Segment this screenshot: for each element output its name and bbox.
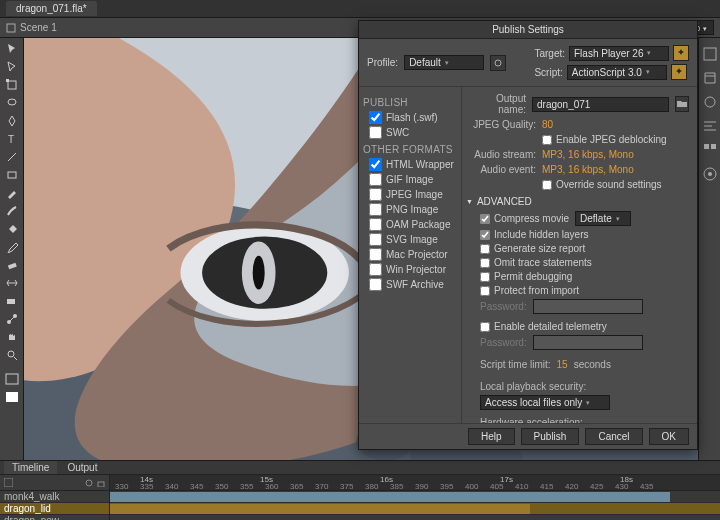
format-oam[interactable]: OAM Package — [363, 217, 457, 232]
bone-tool[interactable] — [2, 310, 22, 328]
format-swf-archive[interactable]: SWF Archive — [363, 277, 457, 292]
hand-tool[interactable] — [2, 328, 22, 346]
format-swc[interactable]: SWC — [363, 125, 457, 140]
lasso-tool[interactable] — [2, 94, 22, 112]
profile-select[interactable]: Default▾ — [404, 55, 484, 70]
pencil-tool[interactable] — [2, 184, 22, 202]
svg-rect-35 — [711, 144, 716, 149]
advanced-section-header[interactable]: ▼ADVANCED — [466, 196, 689, 207]
layer-toggle-icon[interactable] — [4, 478, 13, 487]
text-tool[interactable]: T — [2, 130, 22, 148]
properties-panel-icon[interactable] — [702, 46, 718, 62]
svg-line-8 — [8, 153, 16, 161]
subselection-tool[interactable] — [2, 58, 22, 76]
protect-import-checkbox[interactable]: Protect from import — [480, 285, 689, 296]
align-panel-icon[interactable] — [702, 118, 718, 134]
camera-tool[interactable] — [2, 292, 22, 310]
svg-rect-10 — [7, 263, 16, 269]
color-panel-icon[interactable] — [702, 94, 718, 110]
omit-trace-checkbox[interactable]: Omit trace statements — [480, 257, 689, 268]
section-publish: PUBLISH — [363, 97, 457, 108]
scene-name: Scene 1 — [20, 22, 57, 33]
layer-row[interactable]: dragon_lid — [0, 503, 109, 515]
format-win-proj[interactable]: Win Projector — [363, 262, 457, 277]
svg-point-6 — [8, 99, 16, 105]
format-flash[interactable]: Flash (.swf) — [363, 110, 457, 125]
telemetry-checkbox[interactable]: Enable detailed telemetry — [480, 321, 689, 332]
browse-folder-button[interactable] — [675, 96, 689, 112]
local-playback-label: Local playback security: — [480, 381, 689, 392]
svg-rect-11 — [7, 299, 15, 304]
format-png[interactable]: PNG Image — [363, 202, 457, 217]
script-select[interactable]: ActionScript 3.0▾ — [567, 65, 667, 80]
publish-button[interactable]: Publish — [521, 428, 580, 445]
svg-rect-38 — [4, 478, 13, 487]
format-mac-proj[interactable]: Mac Projector — [363, 247, 457, 262]
lock-icon[interactable] — [97, 479, 105, 487]
pen-tool[interactable] — [2, 112, 22, 130]
script-limit-label: Script time limit: — [480, 359, 551, 370]
stroke-color[interactable] — [2, 370, 22, 388]
svg-line-16 — [14, 357, 17, 360]
password-input — [533, 299, 643, 314]
track-row[interactable] — [110, 503, 720, 515]
svg-point-33 — [705, 97, 715, 107]
audio-stream-value[interactable]: MP3, 16 kbps, Mono — [542, 149, 634, 160]
format-svg[interactable]: SVG Image — [363, 232, 457, 247]
brush-tool[interactable] — [2, 202, 22, 220]
output-name-label: Output name: — [466, 93, 526, 115]
track-row[interactable] — [110, 515, 720, 520]
override-sound-checkbox[interactable]: Override sound settings — [542, 179, 662, 190]
zoom-tool[interactable] — [2, 346, 22, 364]
compress-movie-checkbox[interactable]: Compress movie — [480, 213, 569, 224]
script-limit-value[interactable]: 15 — [557, 359, 568, 370]
format-jpeg[interactable]: JPEG Image — [363, 187, 457, 202]
library-panel-icon[interactable] — [702, 70, 718, 86]
script-settings-button[interactable] — [671, 64, 687, 80]
svg-rect-4 — [8, 81, 16, 89]
section-other: OTHER FORMATS — [363, 144, 457, 155]
password-label: Password: — [480, 301, 527, 312]
profile-options-button[interactable] — [490, 55, 506, 71]
scene-breadcrumb[interactable]: Scene 1 — [6, 22, 57, 33]
target-select[interactable]: Flash Player 26▾ — [569, 46, 669, 61]
scene-icon — [6, 23, 16, 33]
cc-libraries-icon[interactable] — [702, 166, 718, 182]
target-settings-button[interactable] — [673, 45, 689, 61]
output-name-input[interactable] — [532, 97, 669, 112]
tab-timeline[interactable]: Timeline — [4, 461, 57, 474]
ok-button[interactable]: OK — [649, 428, 689, 445]
cancel-button[interactable]: Cancel — [585, 428, 642, 445]
svg-rect-17 — [6, 374, 18, 384]
document-tab[interactable]: dragon_071.fla* — [6, 1, 97, 16]
enable-deblocking-checkbox[interactable]: Enable JPEG deblocking — [542, 134, 667, 145]
document-tabs: dragon_071.fla* — [0, 0, 720, 18]
format-html[interactable]: HTML Wrapper — [363, 157, 457, 172]
line-tool[interactable] — [2, 148, 22, 166]
audio-event-value[interactable]: MP3, 16 kbps, Mono — [542, 164, 634, 175]
free-transform-tool[interactable] — [2, 76, 22, 94]
paint-bucket-tool[interactable] — [2, 220, 22, 238]
fill-color[interactable] — [2, 388, 22, 406]
format-gif[interactable]: GIF Image — [363, 172, 457, 187]
layer-row[interactable]: dragon_new — [0, 515, 109, 520]
svg-rect-34 — [704, 144, 709, 149]
include-hidden-checkbox[interactable]: Include hidden layers — [480, 229, 689, 240]
permit-debug-checkbox[interactable]: Permit debugging — [480, 271, 689, 282]
layer-row[interactable]: monk4_walk — [0, 491, 109, 503]
jpeg-quality-value[interactable]: 80 — [542, 119, 553, 130]
visibility-icon[interactable] — [85, 479, 93, 487]
help-button[interactable]: Help — [468, 428, 515, 445]
eraser-tool[interactable] — [2, 256, 22, 274]
tab-output[interactable]: Output — [59, 461, 105, 474]
compress-type-select[interactable]: Deflate▾ — [575, 211, 631, 226]
track-row[interactable] — [110, 491, 720, 503]
generate-size-checkbox[interactable]: Generate size report — [480, 243, 689, 254]
swatches-panel-icon[interactable] — [702, 142, 718, 158]
width-tool[interactable] — [2, 274, 22, 292]
rectangle-tool[interactable] — [2, 166, 22, 184]
eyedropper-tool[interactable] — [2, 238, 22, 256]
selection-tool[interactable] — [2, 40, 22, 58]
timeline-frames[interactable]: 14s 15s 16s 17s 18s 330 335 340 345 350 … — [110, 475, 720, 520]
local-playback-select[interactable]: Access local files only▾ — [480, 395, 610, 410]
